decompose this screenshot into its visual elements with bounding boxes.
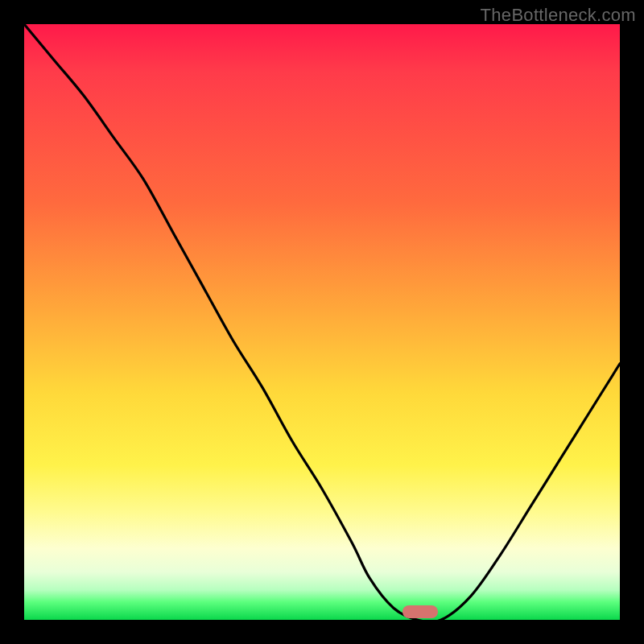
optimal-point-marker — [402, 605, 438, 618]
watermark-text: TheBottleneck.com — [481, 5, 636, 26]
plot-area — [24, 24, 620, 620]
curve-path — [24, 24, 620, 620]
bottleneck-curve — [24, 24, 620, 620]
chart-frame: TheBottleneck.com — [0, 0, 644, 644]
